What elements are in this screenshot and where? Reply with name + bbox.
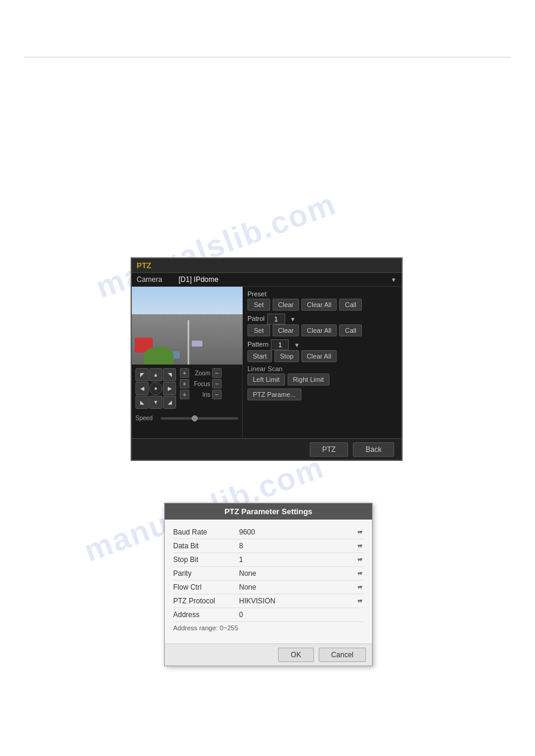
direction-grid: ◤ ▲ ◥ ◀ ● ▶ ◣ ▼ ◢ [135, 368, 176, 409]
car2 [192, 341, 202, 347]
param-titlebar: PTZ Parameter Settings [165, 503, 372, 520]
param-title: PTZ Parameter Settings [225, 507, 313, 516]
stop-bit-label: Stop Bit [173, 555, 239, 564]
dir-upleft-btn[interactable]: ◤ [135, 368, 149, 381]
preset-clear-all-btn[interactable]: Clear All [301, 299, 337, 311]
bottom-back-btn[interactable]: Back [353, 442, 394, 457]
pattern-start-btn[interactable]: Start [247, 350, 272, 362]
dir-downright-btn[interactable]: ◢ [163, 396, 176, 409]
bottom-ptz-btn[interactable]: PTZ [310, 442, 349, 457]
preset-clear-btn[interactable]: Clear [273, 299, 299, 311]
sky [132, 287, 243, 318]
address-value[interactable]: 0 [239, 611, 364, 619]
zoom-minus-btn[interactable]: − [212, 368, 222, 378]
ptz-protocol-row: PTZ Protocol HIKVISION ▼ [173, 594, 364, 608]
param-window: PTZ Parameter Settings Baud Rate 9600 ▼ … [164, 503, 373, 666]
patrol-set-btn[interactable]: Set [247, 324, 270, 336]
address-row: Address 0 [173, 608, 364, 622]
parity-select-wrap[interactable]: None ▼ [239, 569, 364, 578]
ptz-window: PTZ Camera [D1] IPdome ▼ [131, 257, 403, 461]
patrol-label-row: Patrol 1 ▼ [247, 314, 397, 324]
patrol-label: Patrol [247, 315, 265, 322]
param-body: Baud Rate 9600 ▼ Data Bit 8 ▼ Stop Bit 1… [165, 520, 372, 643]
data-bit-value: 8 [239, 542, 358, 550]
camera-dropdown-icon[interactable]: ▼ [391, 277, 397, 283]
preset-label: Preset [247, 290, 397, 297]
stop-bit-select-wrap[interactable]: 1 ▼ [239, 555, 364, 564]
patrol-clear-btn[interactable]: Clear [273, 324, 299, 336]
patrol-dropdown-icon[interactable]: ▼ [290, 316, 296, 323]
pattern-clear-all-btn[interactable]: Clear All [301, 350, 337, 362]
zoom-focus-iris: + Zoom − + Focus − + Iris − [180, 368, 222, 399]
data-bit-row: Data Bit 8 ▼ [173, 539, 364, 553]
patrol-section: Patrol 1 ▼ Set Clear Clear All Call [247, 314, 397, 336]
speed-slider[interactable] [161, 417, 238, 420]
ptz-protocol-dropdown-icon: ▼ [358, 598, 364, 604]
flow-ctrl-label: Flow Ctrl [173, 583, 239, 591]
parity-dropdown-icon: ▼ [358, 570, 364, 576]
left-limit-btn[interactable]: Left Limit [247, 374, 285, 385]
ptz-body: ◤ ▲ ◥ ◀ ● ▶ ◣ ▼ ◢ + [132, 287, 401, 453]
stop-bit-row: Stop Bit 1 ▼ [173, 553, 364, 567]
data-bit-select-wrap[interactable]: 8 ▼ [239, 542, 364, 550]
dir-down-btn[interactable]: ▼ [149, 396, 162, 409]
preset-section: Preset Set Clear Clear All Call [247, 290, 397, 311]
camera-view [132, 287, 243, 365]
baud-rate-value: 9600 [239, 528, 358, 536]
iris-label: Iris [191, 391, 210, 398]
parity-label: Parity [173, 569, 239, 578]
dir-up-btn[interactable]: ▲ [149, 368, 162, 381]
baud-rate-row: Baud Rate 9600 ▼ [173, 526, 364, 539]
ptz-bottombar: PTZ Back [132, 438, 401, 460]
pattern-stop-btn[interactable]: Stop [274, 350, 299, 362]
pattern-btn-row: Start Stop Clear All [247, 350, 397, 362]
param-ok-btn[interactable]: OK [278, 648, 313, 662]
ptz-left-panel: ◤ ▲ ◥ ◀ ● ▶ ◣ ▼ ◢ + [132, 287, 243, 453]
right-limit-btn[interactable]: Right Limit [288, 374, 330, 385]
flow-ctrl-select-wrap[interactable]: None ▼ [239, 583, 364, 591]
param-cancel-btn[interactable]: Cancel [319, 648, 366, 662]
linear-scan-btn-row: Left Limit Right Limit [247, 374, 397, 385]
parity-row: Parity None ▼ [173, 567, 364, 581]
linear-scan-label: Linear Scan [247, 365, 397, 372]
linear-scan-section: Linear Scan Left Limit Right Limit [247, 365, 397, 385]
focus-minus-btn[interactable]: − [212, 379, 222, 388]
camera-row: Camera [D1] IPdome ▼ [132, 273, 401, 287]
param-footer: OK Cancel [165, 643, 372, 666]
ptz-protocol-label: PTZ Protocol [173, 597, 239, 605]
ptz-protocol-select-wrap[interactable]: HIKVISION ▼ [239, 597, 364, 605]
stop-bit-value: 1 [239, 555, 358, 564]
preset-set-btn[interactable]: Set [247, 299, 270, 311]
iris-minus-btn[interactable]: − [212, 390, 222, 399]
dir-center-btn[interactable]: ● [149, 382, 162, 395]
dir-right-btn[interactable]: ▶ [163, 382, 176, 395]
parity-value: None [239, 569, 358, 578]
flow-ctrl-dropdown-icon: ▼ [358, 584, 364, 590]
ptz-controls: ◤ ▲ ◥ ◀ ● ▶ ◣ ▼ ◢ + [132, 365, 242, 425]
patrol-btn-row: Set Clear Clear All Call [247, 324, 397, 336]
dir-downleft-btn[interactable]: ◣ [135, 396, 149, 409]
top-rule [24, 57, 511, 57]
speed-thumb[interactable] [192, 415, 198, 421]
pattern-dropdown-icon[interactable]: ▼ [294, 342, 300, 348]
ptz-right-panel: Preset Set Clear Clear All Call Patrol 1… [243, 287, 401, 453]
patrol-value: 1 [267, 314, 285, 324]
iris-plus-btn[interactable]: + [180, 390, 189, 399]
preset-call-btn[interactable]: Call [339, 299, 362, 311]
patrol-clear-all-btn[interactable]: Clear All [301, 324, 337, 336]
patrol-call-btn[interactable]: Call [339, 324, 362, 336]
ptz-title: PTZ [137, 261, 152, 270]
baud-rate-select-wrap[interactable]: 9600 ▼ [239, 528, 364, 536]
pattern-value: 1 [271, 339, 289, 350]
pattern-label: Pattern [247, 341, 268, 348]
ptz-parame-btn[interactable]: PTZ Parame... [247, 388, 301, 400]
greenery [144, 347, 174, 365]
zoom-row: + Zoom − [180, 368, 222, 378]
speed-label: Speed [135, 415, 158, 421]
road-scene [132, 287, 243, 365]
dir-upright-btn[interactable]: ◥ [163, 368, 176, 381]
dir-left-btn[interactable]: ◀ [135, 382, 149, 395]
focus-plus-btn[interactable]: + [180, 379, 189, 388]
road-line [188, 320, 189, 365]
zoom-plus-btn[interactable]: + [180, 368, 189, 378]
